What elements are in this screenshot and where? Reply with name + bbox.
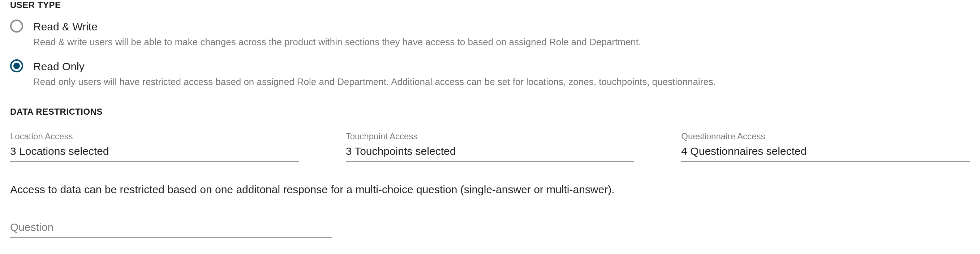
touchpoint-access-value: 3 Touchpoints selected	[346, 145, 635, 162]
question-field[interactable]: Question	[10, 221, 332, 238]
questionnaire-access-label: Questionnaire Access	[681, 131, 970, 142]
user-type-heading: USER TYPE	[10, 0, 970, 10]
radio-description-read-only: Read only users will have restricted acc…	[33, 75, 970, 88]
data-restrictions-section: DATA RESTRICTIONS Location Access 3 Loca…	[10, 107, 970, 238]
user-type-radio-group: Read & Write Read & write users will be …	[10, 20, 970, 89]
questionnaire-access-field[interactable]: Questionnaire Access 4 Questionnaires se…	[681, 131, 970, 162]
touchpoint-access-label: Touchpoint Access	[346, 131, 635, 142]
radio-label-read-write: Read & Write	[33, 20, 970, 33]
radio-icon	[10, 59, 23, 72]
access-fields-row: Location Access 3 Locations selected Tou…	[10, 131, 970, 162]
data-restrictions-heading: DATA RESTRICTIONS	[10, 107, 970, 117]
restriction-info-text: Access to data can be restricted based o…	[10, 184, 970, 196]
location-access-label: Location Access	[10, 131, 299, 142]
radio-option-read-write[interactable]: Read & Write Read & write users will be …	[10, 20, 970, 48]
touchpoint-access-field[interactable]: Touchpoint Access 3 Touchpoints selected	[346, 131, 635, 162]
radio-option-read-only[interactable]: Read Only Read only users will have rest…	[10, 60, 970, 88]
user-type-section: USER TYPE Read & Write Read & write user…	[10, 0, 970, 89]
radio-icon	[10, 19, 23, 33]
location-access-field[interactable]: Location Access 3 Locations selected	[10, 131, 299, 162]
location-access-value: 3 Locations selected	[10, 145, 299, 162]
radio-content: Read Only Read only users will have rest…	[33, 60, 970, 88]
question-input-placeholder: Question	[10, 221, 332, 238]
radio-content: Read & Write Read & write users will be …	[33, 20, 970, 48]
radio-label-read-only: Read Only	[33, 60, 970, 73]
questionnaire-access-value: 4 Questionnaires selected	[681, 145, 970, 162]
radio-description-read-write: Read & write users will be able to make …	[33, 35, 970, 48]
